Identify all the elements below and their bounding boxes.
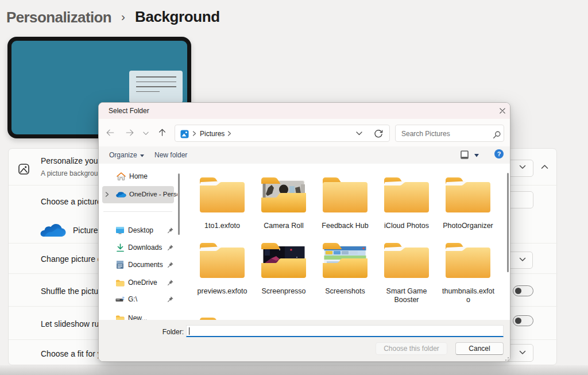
svg-text:2: 2 <box>122 296 125 301</box>
